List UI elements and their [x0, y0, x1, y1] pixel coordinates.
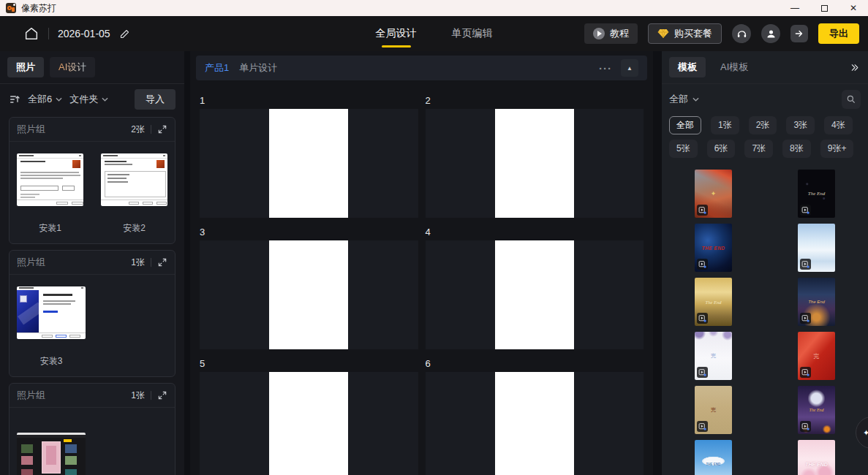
- canvas-header: 产品1 单片设计 ··· ▲: [196, 56, 647, 80]
- maximize-button[interactable]: [809, 0, 839, 16]
- multi-page-badge-icon: [697, 205, 708, 216]
- template-winter-snow[interactable]: [798, 224, 835, 272]
- multi-page-badge-icon: [697, 259, 708, 270]
- page-item: 4: [426, 227, 644, 349]
- minimize-button[interactable]: —: [780, 0, 809, 16]
- export-button[interactable]: 导出: [818, 23, 859, 44]
- photo-label: 安装1: [17, 222, 83, 233]
- page-canvas-4[interactable]: [426, 240, 644, 349]
- template-halloween-castle[interactable]: The End: [798, 386, 835, 434]
- photo-count: 1张: [131, 256, 145, 269]
- chip-3[interactable]: 3张: [786, 116, 815, 134]
- collapse-panel-button[interactable]: ▲: [621, 59, 638, 77]
- template-red-wan[interactable]: 完: [798, 332, 835, 380]
- template-beige-scroll[interactable]: 完: [695, 386, 732, 434]
- page-blank[interactable]: [495, 240, 574, 349]
- import-button[interactable]: 导入: [135, 89, 176, 110]
- chip-all[interactable]: 全部: [669, 116, 701, 134]
- tab-global-design[interactable]: 全局设计: [376, 16, 417, 51]
- template-sunset-red-ribbon[interactable]: ✦: [695, 170, 732, 218]
- filter-all-dropdown[interactable]: 全部6: [28, 93, 62, 106]
- photo-item: [17, 433, 86, 475]
- tab-single-page-edit[interactable]: 单页编辑: [452, 16, 493, 51]
- group-title: 照片组: [17, 389, 45, 402]
- page-blank[interactable]: [495, 372, 574, 475]
- app-logo-icon: [6, 3, 16, 13]
- page-blank[interactable]: [269, 372, 348, 475]
- tab-ai-design[interactable]: AI设计: [50, 57, 95, 77]
- photo-thumbnail-installer2[interactable]: [101, 153, 167, 206]
- expand-icon[interactable]: [157, 390, 167, 400]
- page-blank[interactable]: [495, 109, 574, 218]
- page-number: 5: [200, 358, 418, 369]
- chip-7[interactable]: 7张: [744, 140, 773, 158]
- logout-arrow-icon[interactable]: [790, 25, 808, 42]
- support-headphones-icon[interactable]: [732, 24, 751, 43]
- multi-page-badge-icon: [800, 367, 811, 378]
- tutorial-button[interactable]: 教程: [584, 23, 638, 44]
- template-electric-blue[interactable]: THE END: [695, 224, 732, 272]
- photo-thumbnail-installer1[interactable]: [17, 153, 83, 206]
- double-chevron-collapse-icon[interactable]: [850, 63, 861, 72]
- chevron-down-icon: [692, 97, 699, 102]
- chip-2[interactable]: 2张: [749, 116, 777, 134]
- group-title: 照片组: [17, 256, 45, 269]
- more-options-icon[interactable]: ···: [599, 62, 612, 75]
- multi-page-badge-icon: [697, 367, 708, 378]
- maximize-icon: [821, 5, 828, 12]
- page-canvas-1[interactable]: [200, 109, 418, 218]
- chevron-down-icon: [56, 97, 62, 102]
- chip-6[interactable]: 6张: [707, 140, 736, 158]
- chip-4[interactable]: 4张: [824, 116, 853, 134]
- close-button[interactable]: ✕: [839, 0, 868, 16]
- tab-photos[interactable]: 照片: [7, 57, 44, 77]
- expand-icon[interactable]: [157, 257, 167, 267]
- top-nav-bar: 2026-01-05 全局设计 单页编辑 教程 购买套餐 导出: [0, 16, 868, 51]
- sort-icon[interactable]: [9, 94, 20, 105]
- template-wisteria-white[interactable]: 完: [695, 332, 732, 380]
- photo-thumbnail-installer3[interactable]: [17, 286, 86, 339]
- page-blank[interactable]: [269, 109, 348, 218]
- search-icon: [846, 94, 856, 104]
- pages-grid: 1 2 3 4 5 6: [190, 80, 653, 475]
- template-category-dropdown[interactable]: 全部: [669, 93, 699, 106]
- photo-label: 安装2: [101, 222, 167, 233]
- expand-icon[interactable]: [157, 124, 167, 134]
- page-item: 1: [200, 95, 418, 218]
- chip-1[interactable]: 1张: [711, 116, 739, 134]
- template-sky-blimp[interactable]: THE END: [695, 440, 732, 475]
- play-icon: [593, 28, 605, 39]
- product-tab[interactable]: 产品1: [205, 61, 229, 75]
- home-icon[interactable]: [23, 26, 39, 42]
- page-canvas-3[interactable]: [200, 240, 418, 349]
- user-account-icon[interactable]: [761, 24, 780, 43]
- project-title: 2026-01-05: [58, 28, 110, 39]
- template-golden-forest[interactable]: The End: [695, 278, 732, 326]
- page-canvas-5[interactable]: [200, 372, 418, 475]
- page-blank[interactable]: [269, 240, 348, 349]
- photo-label: 安装3: [17, 355, 86, 366]
- photos-panel: 照片 AI设计 全部6 文件夹 导入 照片组: [0, 51, 184, 475]
- tab-templates[interactable]: 模板: [669, 57, 706, 77]
- chip-8[interactable]: 8张: [782, 140, 811, 158]
- template-starry-the-end[interactable]: The End: [798, 170, 835, 218]
- page-canvas-6[interactable]: [426, 372, 644, 475]
- chip-9plus[interactable]: 9张+: [820, 140, 854, 158]
- template-night-castle[interactable]: The End: [798, 278, 835, 326]
- single-piece-design-tab[interactable]: 单片设计: [239, 61, 277, 75]
- edit-pencil-icon[interactable]: [119, 28, 130, 39]
- search-button[interactable]: [842, 90, 861, 109]
- count-filter-chips: 全部 1张 2张 3张 4张 5张 6张 7张 8张 9张+: [662, 113, 868, 165]
- window-controls: — ✕: [780, 0, 868, 16]
- folder-dropdown[interactable]: 文件夹: [69, 93, 108, 106]
- photo-item: 安装1: [17, 153, 83, 233]
- template-pink-clouds[interactable]: THE END: [798, 440, 835, 475]
- buy-plan-button[interactable]: 购买套餐: [648, 23, 722, 44]
- chip-5[interactable]: 5张: [669, 140, 698, 158]
- photo-group-card: 照片组 1张: [9, 383, 176, 475]
- tab-ai-templates[interactable]: AI模板: [712, 57, 757, 77]
- photo-thumbnail-app-screenshot[interactable]: [17, 433, 86, 475]
- mode-tabs: 全局设计 单页编辑: [376, 16, 493, 51]
- multi-page-badge-icon: [800, 313, 811, 324]
- page-canvas-2[interactable]: [426, 109, 644, 218]
